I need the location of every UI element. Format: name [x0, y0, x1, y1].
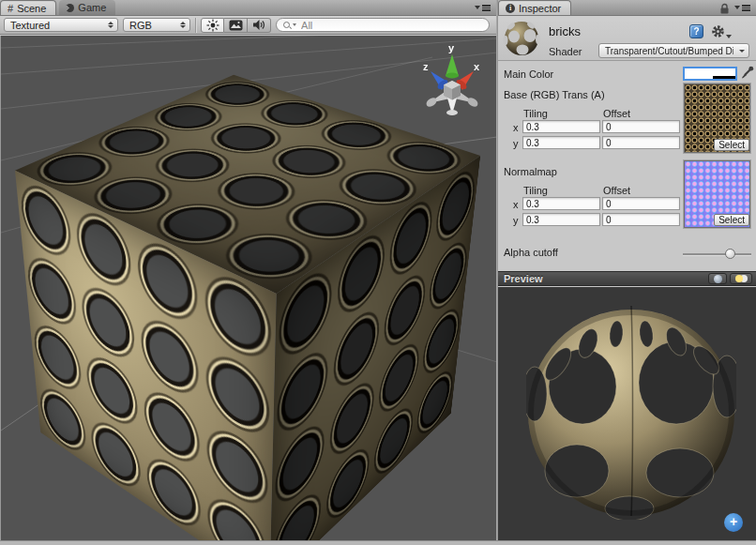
normalmap-thumbnail[interactable]: Select: [684, 160, 750, 228]
render-mode-value: Textured: [10, 20, 50, 31]
sphere-icon: [714, 275, 722, 283]
base-map-label: Base (RGB) Trans (A): [504, 89, 605, 100]
preview-header[interactable]: Preview: [498, 271, 756, 286]
inspector-panel: i Inspector: [498, 0, 756, 540]
normalmap-select-button[interactable]: Select: [714, 214, 749, 226]
scene-toggle-group: [201, 18, 271, 33]
normal-x-label: x: [513, 199, 519, 210]
preview-mesh-button[interactable]: [708, 273, 727, 284]
orientation-gizmo[interactable]: y x z: [419, 41, 485, 116]
gizmo-y-label: y: [448, 42, 455, 53]
tab-inspector-label: Inspector: [519, 3, 561, 14]
image-icon: [229, 20, 243, 31]
scene-object-cube[interactable]: [135, 118, 390, 492]
toolbar-separator: [195, 18, 196, 33]
scene-panel: # Scene Game Textured RGB: [0, 0, 496, 540]
gear-icon: [711, 24, 725, 38]
shader-dropdown[interactable]: Transparent/Cutout/Bumped Diff: [598, 43, 749, 58]
base-tiling-x-input[interactable]: [522, 120, 600, 133]
material-name[interactable]: bricks: [549, 24, 581, 38]
scene-panel-menu-icon[interactable]: [475, 5, 491, 11]
inspector-tabstrip: i Inspector: [498, 0, 756, 16]
tab-inspector[interactable]: i Inspector: [498, 0, 571, 15]
channel-mode-dropdown[interactable]: RGB: [123, 18, 190, 32]
offset-header-2: Offset: [603, 185, 630, 196]
normal-offset-x-input[interactable]: [602, 197, 680, 210]
normal-offset-y-input[interactable]: [602, 213, 680, 226]
preview-area[interactable]: +: [498, 287, 756, 540]
sun-icon: [206, 19, 219, 32]
base-offset-x-input[interactable]: [602, 120, 680, 133]
normal-tiling-y-input[interactable]: [522, 213, 600, 226]
offset-header: Offset: [603, 108, 630, 119]
base-select-button[interactable]: Select: [714, 139, 749, 151]
alpha-cutoff-label: Alpha cutoff: [504, 247, 558, 258]
search-filter-chevron-icon: [293, 23, 296, 26]
skybox-toggle-button[interactable]: [224, 18, 248, 33]
main-color-label: Main Color: [504, 68, 553, 80]
scene-search-field[interactable]: [276, 18, 490, 32]
base-offset-y-input[interactable]: [602, 136, 680, 149]
base-tiling-y-input[interactable]: [522, 136, 600, 149]
lighting-toggle-button[interactable]: [201, 18, 224, 33]
normal-y-label: y: [513, 215, 519, 226]
preview-title: Preview: [504, 273, 705, 284]
material-properties: Main Color Base (RGB) Trans (A) Select T…: [498, 61, 756, 271]
inspector-info-icon: i: [506, 4, 515, 13]
add-preview-button[interactable]: +: [724, 513, 743, 532]
light-on-icon: [735, 275, 743, 282]
material-preview-ball-icon: [503, 20, 540, 57]
slider-track: [683, 253, 751, 255]
unity-editor-window: # Scene Game Textured RGB: [0, 0, 756, 545]
material-preview-sphere[interactable]: [526, 302, 736, 520]
scene-grid-icon: #: [8, 3, 13, 14]
render-mode-dropdown[interactable]: Textured: [4, 18, 118, 32]
scene-tabstrip: # Scene Game: [0, 0, 496, 16]
gizmo-y-axis[interactable]: [446, 54, 459, 79]
material-header: bricks Shader Transparent/Cutout/Bumped …: [498, 16, 756, 61]
alpha-cutoff-slider[interactable]: [683, 249, 751, 260]
speaker-icon: [252, 19, 265, 31]
preview-light-button[interactable]: [730, 273, 752, 284]
tab-game-label: Game: [78, 2, 106, 13]
audio-toggle-button[interactable]: [248, 18, 271, 33]
inspector-panel-menu-icon[interactable]: [734, 5, 750, 11]
scene-viewport[interactable]: y x z: [0, 36, 496, 540]
gear-chevron-icon: [726, 35, 732, 38]
search-icon: [282, 21, 291, 30]
tiling-header: Tiling: [523, 108, 548, 119]
gizmo-z-label: z: [423, 61, 429, 72]
tab-scene-label: Scene: [17, 3, 46, 14]
help-icon[interactable]: ?: [689, 24, 703, 38]
shader-label: Shader: [549, 46, 582, 57]
normalmap-label: Normalmap: [504, 166, 557, 177]
lock-icon[interactable]: [719, 3, 730, 14]
tab-game[interactable]: Game: [59, 0, 115, 15]
eyedropper-icon[interactable]: [741, 66, 754, 80]
base-texture-thumbnail[interactable]: Select: [684, 83, 750, 153]
alpha-strip: [685, 76, 735, 79]
normal-tiling-x-input[interactable]: [522, 197, 600, 210]
channel-mode-value: RGB: [129, 20, 152, 31]
context-menu-button[interactable]: [711, 24, 732, 38]
game-icon: [66, 4, 74, 12]
gizmo-x-label: x: [474, 61, 480, 72]
search-input[interactable]: [301, 20, 481, 31]
main-color-swatch[interactable]: [683, 67, 737, 81]
base-y-label: y: [513, 138, 519, 149]
scene-toolbar: Textured RGB: [0, 16, 496, 35]
shader-value: Transparent/Cutout/Bumped Diff: [605, 46, 733, 56]
alpha-cutoff-handle[interactable]: [725, 249, 735, 259]
tab-scene[interactable]: # Scene: [0, 0, 56, 15]
window-bottom-edge: [0, 540, 756, 545]
tiling-header-2: Tiling: [523, 185, 548, 196]
base-x-label: x: [513, 122, 519, 133]
